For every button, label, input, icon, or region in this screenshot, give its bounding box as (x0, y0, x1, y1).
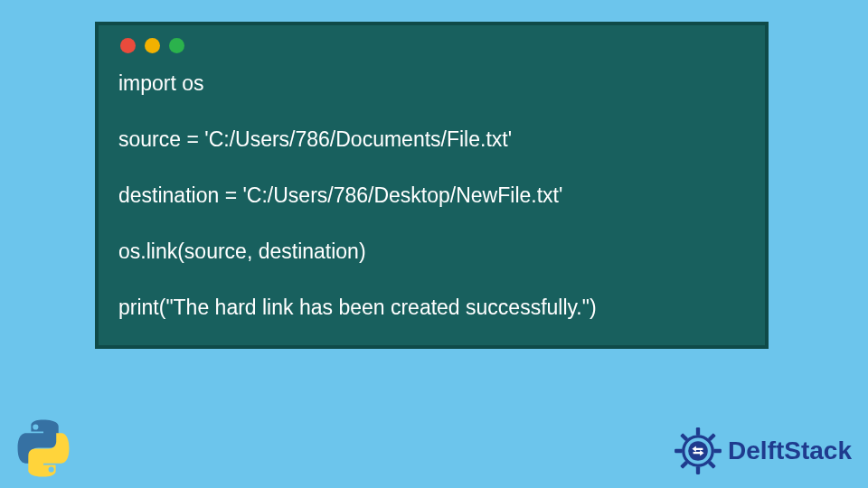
maximize-icon (169, 38, 184, 53)
brand-name: DelftStack (728, 436, 852, 465)
code-window: import os source = 'C:/Users/786/Documen… (95, 22, 769, 349)
svg-point-9 (688, 441, 708, 461)
gear-icon (674, 427, 722, 475)
brand-logo: DelftStack (674, 427, 852, 475)
svg-rect-2 (696, 466, 700, 474)
svg-rect-1 (696, 427, 700, 436)
python-logo-icon (13, 418, 74, 479)
code-block: import os source = 'C:/Users/786/Documen… (118, 70, 745, 322)
svg-rect-3 (675, 449, 683, 453)
svg-rect-4 (713, 449, 722, 453)
close-icon (120, 38, 136, 53)
minimize-icon (145, 38, 160, 53)
window-traffic-lights (120, 38, 745, 53)
